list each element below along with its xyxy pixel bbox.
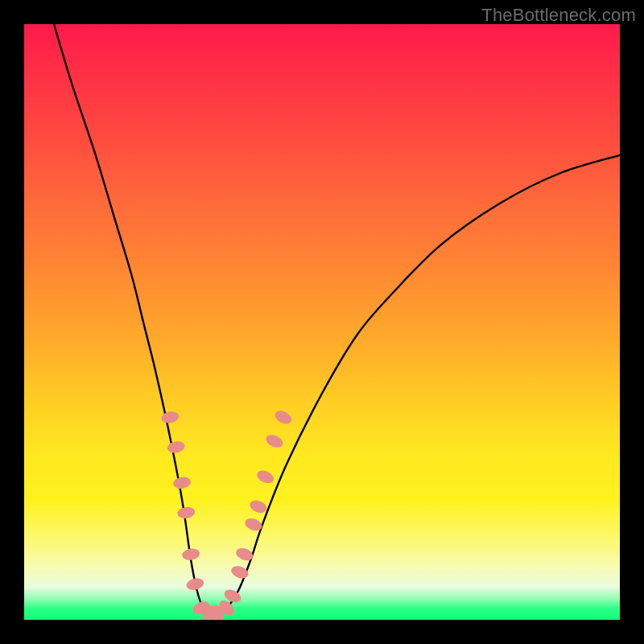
- highlight-marker: [181, 547, 200, 561]
- highlight-marker: [160, 410, 180, 424]
- highlight-markers: [160, 408, 294, 620]
- highlight-marker: [273, 408, 294, 427]
- highlight-marker: [248, 498, 269, 515]
- highlight-marker: [264, 432, 285, 450]
- bottleneck-curve: [54, 24, 620, 615]
- watermark-text: TheBottleneck.com: [481, 5, 636, 26]
- highlight-marker: [176, 506, 196, 519]
- chart-svg: [24, 24, 620, 620]
- highlight-marker: [255, 468, 276, 485]
- highlight-marker: [172, 476, 192, 490]
- highlight-marker: [166, 440, 185, 454]
- highlight-marker: [185, 576, 205, 592]
- highlight-marker: [229, 564, 250, 580]
- chart-frame: TheBottleneck.com: [0, 0, 644, 644]
- highlight-marker: [234, 546, 254, 563]
- plot-area: [24, 24, 620, 620]
